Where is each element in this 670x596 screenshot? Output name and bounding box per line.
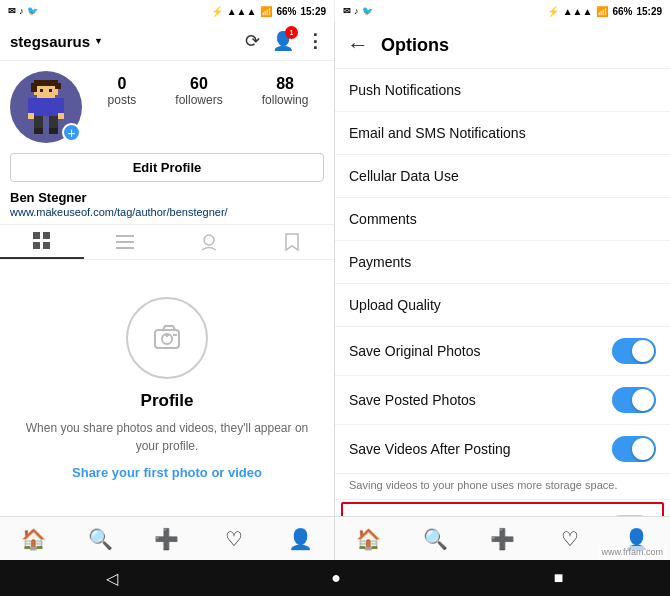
svg-rect-12 — [58, 113, 64, 119]
option-email-sms[interactable]: Email and SMS Notifications — [335, 112, 670, 155]
music-icon: ♪ — [19, 6, 24, 16]
status-bar-right: ⚡ ▲▲▲ 📶 66% 15:29 — [211, 6, 326, 17]
svg-rect-20 — [43, 242, 50, 249]
options-title: Options — [381, 35, 449, 56]
nav-heart[interactable]: ♡ — [200, 517, 267, 560]
android-recent[interactable]: ■ — [554, 569, 564, 587]
nav-heart-r[interactable]: ♡ — [536, 517, 603, 560]
camera-circle — [126, 297, 208, 379]
username-dropdown-icon: ▼ — [94, 36, 103, 46]
left-bottom-nav: 🏠 🔍 ➕ ♡ 👤 — [0, 516, 334, 560]
notification-badge: 1 — [285, 26, 298, 39]
option-payments[interactable]: Payments — [335, 241, 670, 284]
nav-home[interactable]: 🏠 — [0, 517, 67, 560]
wifi-icon: 📶 — [260, 6, 272, 17]
bluetooth-icon-r: ⚡ — [547, 6, 559, 17]
nav-profile[interactable]: 👤 — [267, 517, 334, 560]
bookmark-icon — [285, 233, 299, 251]
list-icon — [116, 235, 134, 249]
option-save-videos-label: Save Videos After Posting — [349, 441, 511, 457]
share-link[interactable]: Share your first photo or video — [72, 465, 262, 480]
option-save-posted-label: Save Posted Photos — [349, 392, 476, 408]
followers-count: 60 — [190, 75, 208, 93]
android-home[interactable]: ● — [331, 569, 341, 587]
username-row[interactable]: stegsaurus ▼ — [10, 33, 103, 50]
status-bar-right-left: ✉ ♪ 🐦 — [343, 6, 373, 16]
add-photo-button[interactable]: + — [62, 123, 81, 142]
following-count: 88 — [276, 75, 294, 93]
history-icon[interactable]: ⟳ — [245, 30, 260, 52]
right-header: ← Options — [335, 22, 670, 69]
option-cellular[interactable]: Cellular Data Use — [335, 155, 670, 198]
posts-count: 0 — [117, 75, 126, 93]
android-back[interactable]: ◁ — [106, 569, 118, 588]
option-push-label: Push Notifications — [349, 82, 461, 98]
android-nav-bar: ◁ ● ■ — [0, 560, 670, 596]
followers-stat[interactable]: 60 followers — [175, 75, 222, 107]
tab-list[interactable] — [84, 225, 168, 259]
status-bar-left: ✉ ♪ 🐦 — [8, 6, 38, 16]
option-email-label: Email and SMS Notifications — [349, 125, 526, 141]
option-save-videos[interactable]: Save Videos After Posting — [335, 425, 670, 474]
nav-home-r[interactable]: 🏠 — [335, 517, 402, 560]
tab-saved[interactable] — [251, 225, 335, 259]
save-original-toggle[interactable] — [612, 338, 656, 364]
option-cellular-label: Cellular Data Use — [349, 168, 459, 184]
svg-rect-8 — [34, 98, 58, 116]
tab-grid[interactable] — [0, 225, 84, 259]
watermark: www.frfam.com — [598, 546, 666, 558]
profile-link[interactable]: www.makeuseof.com/tag/author/benstegner/ — [0, 205, 334, 224]
svg-rect-7 — [49, 89, 52, 92]
nav-add[interactable]: ➕ — [134, 517, 201, 560]
notifications-button[interactable]: 👤 1 — [272, 30, 294, 52]
email-icon: ✉ — [8, 6, 16, 16]
svg-rect-22 — [116, 241, 134, 243]
nav-search-r[interactable]: 🔍 — [402, 517, 469, 560]
save-videos-toggle[interactable] — [612, 436, 656, 462]
email-icon-r: ✉ — [343, 6, 351, 16]
svg-rect-21 — [116, 235, 134, 237]
svg-rect-15 — [34, 128, 43, 134]
profile-section: + 0 posts 60 followers 88 — [0, 61, 334, 188]
option-show-activity[interactable]: Show Activity Status — [343, 504, 662, 516]
signal-icon-r: ▲▲▲ — [563, 6, 593, 17]
more-options-icon[interactable]: ⋮ — [306, 30, 324, 52]
saving-desc: Saving videos to your phone uses more st… — [335, 474, 670, 500]
battery-level: 66% — [276, 6, 296, 17]
posts-stat: 0 posts — [108, 75, 137, 107]
battery-level-r: 66% — [612, 6, 632, 17]
svg-rect-9 — [28, 98, 34, 113]
svg-rect-18 — [43, 232, 50, 239]
option-upload-quality[interactable]: Upload Quality — [335, 284, 670, 327]
option-payments-label: Payments — [349, 254, 411, 270]
avatar-container: + — [10, 71, 82, 143]
wifi-icon-r: 📶 — [596, 6, 608, 17]
back-button[interactable]: ← — [347, 32, 369, 58]
svg-rect-16 — [49, 128, 58, 134]
edit-profile-button[interactable]: Edit Profile — [10, 153, 324, 182]
svg-rect-5 — [55, 83, 61, 89]
followers-label: followers — [175, 93, 222, 107]
camera-plus-icon — [149, 320, 185, 356]
save-posted-toggle[interactable] — [612, 387, 656, 413]
svg-rect-10 — [58, 98, 64, 113]
option-save-original[interactable]: Save Original Photos — [335, 327, 670, 376]
nav-add-r[interactable]: ➕ — [469, 517, 536, 560]
empty-description: When you share photos and videos, they'l… — [20, 419, 314, 455]
avatar-pixel-art — [25, 78, 67, 136]
option-save-posted[interactable]: Save Posted Photos — [335, 376, 670, 425]
nav-search[interactable]: 🔍 — [67, 517, 134, 560]
option-push-notifications[interactable]: Push Notifications — [335, 69, 670, 112]
bluetooth-icon: ⚡ — [211, 6, 223, 17]
svg-point-24 — [204, 235, 214, 245]
following-stat[interactable]: 88 following — [262, 75, 309, 107]
twitter-icon-r: 🐦 — [362, 6, 373, 16]
option-comments[interactable]: Comments — [335, 198, 670, 241]
option-save-original-label: Save Original Photos — [349, 343, 481, 359]
left-header: stegsaurus ▼ ⟳ 👤 1 ⋮ — [0, 22, 334, 61]
time-display: 15:29 — [300, 6, 326, 17]
person-tag-icon — [200, 233, 218, 251]
header-actions: ⟳ 👤 1 ⋮ — [245, 30, 324, 52]
tab-tagged[interactable] — [167, 225, 251, 259]
empty-profile-area: Profile When you share photos and videos… — [0, 260, 334, 516]
